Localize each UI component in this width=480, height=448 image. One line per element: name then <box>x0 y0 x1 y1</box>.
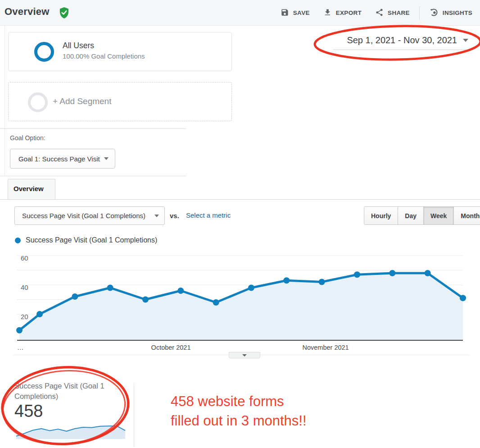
goal-completions-chart: 204060…October 2021November 2021 <box>0 248 480 356</box>
ga-goal-overview-page: Overview SAVE EXPORT <box>0 0 480 448</box>
section-divider <box>0 128 186 129</box>
segment-detail: 100.00% Goal Completions <box>63 52 145 60</box>
summary-sparkline <box>15 422 127 440</box>
chart-data-point[interactable] <box>460 295 466 301</box>
chart-data-point[interactable] <box>72 293 78 300</box>
chart-y-tick-label: 20 <box>21 313 28 320</box>
legend-dot-icon <box>15 238 21 243</box>
annotation-line-2: filled out in 3 months!! <box>171 411 307 430</box>
toggle-day[interactable]: Day <box>398 207 423 224</box>
goal-option-value: Goal 1: Success Page Visit <box>18 155 100 163</box>
export-label: EXPORT <box>336 9 362 16</box>
save-icon <box>281 8 289 18</box>
chevron-down-icon <box>242 354 247 357</box>
chart-data-point[interactable] <box>177 288 184 294</box>
chart-y-tick-label: 40 <box>21 283 28 291</box>
summary-metric-label: Success Page Visit (Goal 1 Completions) <box>14 381 126 402</box>
save-button[interactable]: SAVE <box>274 0 317 26</box>
save-label: SAVE <box>293 9 310 16</box>
insights-label: INSIGHTS <box>443 9 472 16</box>
goal-option-label: Goal Option: <box>10 134 45 142</box>
chart-legend: Success Page Visit (Goal 1 Completions) <box>15 236 157 244</box>
report-header-bar: Overview SAVE EXPORT <box>0 0 480 26</box>
chart-data-point[interactable] <box>107 285 113 291</box>
chart-options-expander[interactable] <box>229 352 260 358</box>
summary-metric-value: 458 <box>14 402 43 421</box>
chart-x-tick-label: October 2021 <box>151 344 191 351</box>
page-title: Overview <box>5 6 49 18</box>
chart-data-point[interactable] <box>319 279 325 285</box>
segment-ring-icon <box>34 42 54 62</box>
chart-data-point[interactable] <box>283 277 290 283</box>
summary-divider <box>134 383 134 447</box>
chart-data-point[interactable] <box>36 311 43 317</box>
metric-dropdown[interactable]: Success Page Visit (Goal 1 Completions) <box>14 206 165 225</box>
empty-segment-ring-icon <box>28 92 48 112</box>
caret-down-icon <box>463 39 468 42</box>
insights-icon <box>429 8 439 18</box>
chart-area-fill <box>19 273 463 340</box>
toggle-hourly[interactable]: Hourly <box>364 207 398 224</box>
time-granularity-toggle: Hourly Day Week Month <box>364 206 480 225</box>
chart-data-point[interactable] <box>142 297 149 303</box>
annotation-line-1: 458 website forms <box>171 392 307 411</box>
annotation-text: 458 website forms filled out in 3 months… <box>171 392 307 430</box>
section-divider <box>0 176 186 176</box>
add-segment-label: + Add Segment <box>53 96 111 106</box>
chart-data-point[interactable] <box>213 299 219 306</box>
chart-data-point[interactable] <box>389 270 395 276</box>
share-label: SHARE <box>388 9 410 16</box>
tab-bar-rule <box>0 199 480 200</box>
share-icon <box>375 8 384 18</box>
chart-data-point[interactable] <box>425 270 431 276</box>
sparkline-area-fill <box>16 426 125 439</box>
segment-name: All Users <box>63 41 94 50</box>
goal-completions-chart-area: 204060…October 2021November 2021 <box>0 248 480 356</box>
caret-down-icon <box>154 215 159 217</box>
tab-overview-label: Overview <box>14 185 44 192</box>
chart-data-point[interactable] <box>248 285 254 291</box>
chart-y-tick-label: 60 <box>21 254 28 262</box>
insights-button[interactable]: INSIGHTS <box>422 0 479 26</box>
chart-x-tick-label: November 2021 <box>302 344 349 351</box>
panel-left-border <box>5 26 5 176</box>
legend-label: Success Page Visit (Goal 1 Completions) <box>26 236 157 244</box>
actions-divider <box>419 6 420 20</box>
add-segment-card[interactable]: + Add Segment <box>8 82 232 121</box>
date-range-selector[interactable]: Sep 1, 2021 - Nov 30, 2021 <box>333 35 468 50</box>
export-button[interactable]: EXPORT <box>317 0 368 26</box>
tab-overview[interactable]: Overview <box>8 179 55 200</box>
verified-shield-icon <box>59 7 69 21</box>
date-range-text[interactable]: Sep 1, 2021 - Nov 30, 2021 <box>347 35 457 46</box>
chart-data-point[interactable] <box>354 271 360 278</box>
share-button[interactable]: SHARE <box>368 0 417 26</box>
vs-label: vs. <box>170 212 179 219</box>
chart-data-point[interactable] <box>16 327 23 334</box>
goal-option-dropdown[interactable]: Goal 1: Success Page Visit <box>10 149 115 169</box>
chart-x-tick-label: … <box>17 344 24 351</box>
toggle-month[interactable]: Month <box>453 207 480 224</box>
toggle-week[interactable]: Week <box>423 207 453 224</box>
download-icon <box>323 8 332 18</box>
header-actions: SAVE EXPORT SHARE <box>274 0 479 26</box>
caret-down-icon <box>104 157 109 160</box>
segment-card-all-users[interactable]: All Users 100.00% Goal Completions <box>8 32 232 71</box>
metric-dropdown-value: Success Page Visit (Goal 1 Completions) <box>22 212 145 219</box>
select-metric-link[interactable]: Select a metric <box>186 211 231 219</box>
